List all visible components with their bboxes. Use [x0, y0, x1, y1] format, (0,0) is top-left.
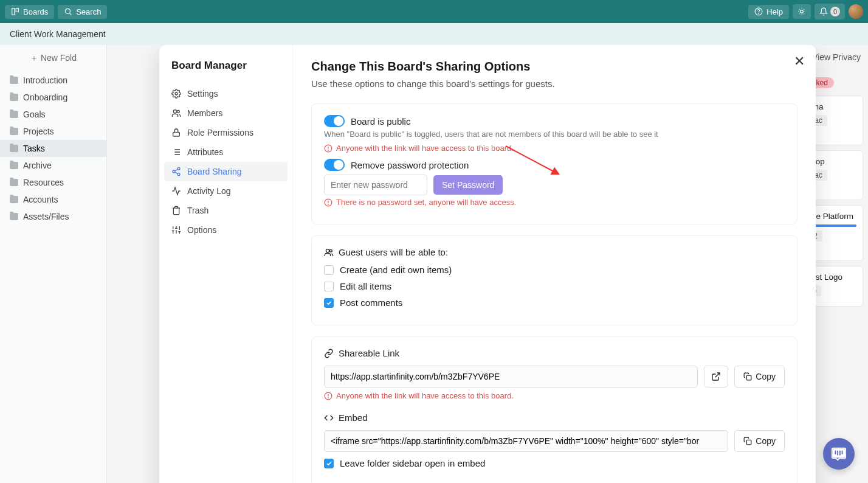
- trash-icon: [171, 206, 181, 215]
- svg-point-17: [328, 204, 329, 204]
- folder-label: Archive: [23, 161, 52, 170]
- activity-icon: [171, 186, 181, 196]
- close-button[interactable]: ✕: [794, 54, 805, 69]
- folder-label: Tasks: [23, 144, 45, 153]
- breadcrumb: Client Work Management: [10, 29, 106, 39]
- folder-item[interactable]: Assets/Files: [0, 208, 106, 225]
- password-warning: There is no password set, anyone will ha…: [324, 198, 785, 207]
- folder-label: Assets/Files: [23, 212, 69, 221]
- sun-icon: [797, 7, 806, 16]
- search-button[interactable]: Search: [58, 5, 107, 19]
- board-public-label: Board is public: [351, 116, 410, 127]
- modal-side-options[interactable]: Options: [164, 220, 288, 240]
- code-icon: [324, 413, 334, 423]
- alert-icon: [324, 392, 332, 400]
- user-avatar[interactable]: [849, 4, 863, 19]
- folder-label: Projects: [23, 127, 54, 136]
- alert-icon: [324, 198, 332, 207]
- svg-rect-23: [747, 440, 752, 445]
- folder-icon: [10, 162, 18, 169]
- public-warning: Anyone with the link will have access to…: [324, 144, 785, 153]
- gear-icon: [171, 89, 181, 99]
- folder-item[interactable]: Goals: [0, 106, 106, 123]
- folder-label: Accounts: [23, 195, 58, 204]
- help-button[interactable]: Help: [748, 5, 789, 19]
- boards-button[interactable]: Boards: [5, 5, 54, 19]
- topbar: Boards Search Help 0: [0, 0, 868, 23]
- svg-point-11: [177, 167, 180, 170]
- copy-link-button[interactable]: Copy: [734, 366, 785, 387]
- svg-rect-24: [833, 449, 845, 458]
- folder-icon: [10, 179, 18, 186]
- folder-icon: [10, 128, 18, 135]
- folder-label: Resources: [23, 178, 64, 187]
- share-panel: Shareable Link Copy: [311, 336, 797, 483]
- breadcrumb-bar: Client Work Management: [0, 23, 868, 45]
- folder-item[interactable]: Projects: [0, 123, 106, 140]
- folder-item[interactable]: Introduction: [0, 72, 106, 89]
- guest-option: Post comments: [324, 297, 785, 308]
- svg-point-2: [66, 9, 71, 13]
- embed-label: Embed: [339, 412, 368, 423]
- guest-option-label: Edit all items: [340, 281, 391, 291]
- new-folder-label: New Fold: [41, 53, 77, 63]
- password-input[interactable]: [324, 175, 427, 195]
- guest-checkbox[interactable]: [324, 298, 334, 308]
- notif-count: 0: [830, 7, 840, 16]
- folder-item[interactable]: Archive: [0, 157, 106, 174]
- intercom-launcher[interactable]: [823, 438, 855, 470]
- boards-icon: [11, 7, 19, 16]
- svg-rect-10: [173, 132, 180, 136]
- modal-side-members[interactable]: Members: [164, 103, 288, 123]
- users-icon: [171, 108, 181, 118]
- embed-sidebar-checkbox[interactable]: [324, 459, 334, 468]
- new-folder-button[interactable]: ＋ New Fold: [4, 49, 103, 68]
- guest-checkbox[interactable]: [324, 265, 334, 275]
- sharing-heading: Change This Board's Sharing Options: [311, 60, 797, 74]
- modal-side-label: Board Sharing: [187, 167, 242, 176]
- remove-password-toggle[interactable]: [324, 159, 345, 171]
- svg-point-12: [173, 170, 175, 173]
- open-link-button[interactable]: [704, 366, 728, 387]
- embed-sidebar-label: Leave folder sidebar open in embed: [340, 458, 485, 468]
- folder-icon: [10, 77, 18, 84]
- modal-side-trash[interactable]: Trash: [164, 201, 288, 220]
- notifications-button[interactable]: 0: [815, 4, 845, 19]
- modal-side-activity-log[interactable]: Activity Log: [164, 181, 288, 201]
- sliders-icon: [171, 225, 181, 235]
- modal-side-role-permissions[interactable]: Role Permissions: [164, 123, 288, 142]
- remove-password-label: Remove password protection: [351, 160, 469, 170]
- search-label: Search: [76, 7, 101, 16]
- embed-code-input[interactable]: [324, 430, 728, 452]
- modal-side-board-sharing[interactable]: Board Sharing: [164, 162, 288, 181]
- users-icon: [324, 248, 334, 257]
- modal-side-attributes[interactable]: Attributes: [164, 142, 288, 162]
- board-public-toggle[interactable]: [324, 115, 345, 127]
- folder-icon: [10, 145, 18, 152]
- share-icon: [171, 167, 181, 176]
- folder-sidebar: ＋ New Fold IntroductionOnboardingGoalsPr…: [0, 45, 107, 483]
- search-icon: [64, 7, 72, 16]
- board-manager-modal: Board Manager SettingsMembersRole Permis…: [159, 45, 816, 483]
- folder-item[interactable]: Onboarding: [0, 89, 106, 106]
- share-url-input[interactable]: [324, 366, 698, 387]
- boards-label: Boards: [23, 7, 48, 16]
- theme-toggle[interactable]: [793, 4, 811, 19]
- copy-icon: [743, 437, 752, 445]
- svg-rect-1: [16, 9, 18, 12]
- modal-side-label: Trash: [187, 206, 208, 215]
- folder-item[interactable]: Accounts: [0, 191, 106, 208]
- public-panel: Board is public When "Board is public" i…: [311, 103, 797, 224]
- folder-item[interactable]: Resources: [0, 174, 106, 191]
- modal-title: Board Manager: [171, 60, 280, 72]
- modal-side-settings[interactable]: Settings: [164, 84, 288, 103]
- svg-point-18: [326, 249, 329, 252]
- help-label: Help: [766, 7, 783, 16]
- guest-option-label: Create (and edit own items): [340, 265, 452, 275]
- help-icon: [754, 7, 763, 16]
- copy-embed-button[interactable]: Copy: [734, 430, 785, 452]
- folder-item[interactable]: Tasks: [0, 140, 106, 157]
- list-icon: [171, 147, 181, 157]
- guest-checkbox[interactable]: [324, 282, 334, 291]
- set-password-button[interactable]: Set Password: [433, 175, 503, 195]
